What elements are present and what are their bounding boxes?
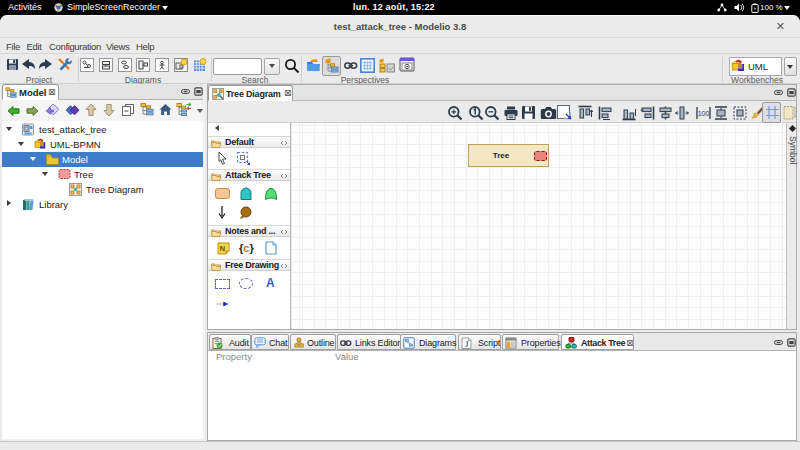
- svg-text:100: 100: [698, 110, 710, 117]
- svg-text:J: J: [465, 340, 469, 349]
- svg-text:N: N: [220, 244, 225, 253]
